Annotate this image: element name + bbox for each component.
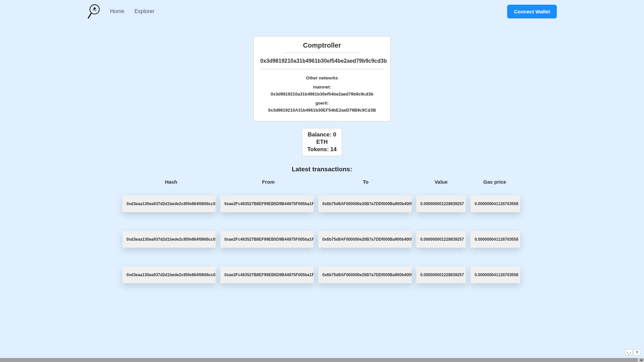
contract-address: 0x3d9819210a31b4961b30ef54be2aed79b9c9cd…	[260, 53, 384, 69]
scroll-right-icon[interactable]: ►	[639, 358, 644, 362]
tx-section-title: Latest transactions:	[0, 166, 644, 173]
floating-toolbar: ›_‹ ⠿	[625, 349, 641, 355]
cell-hash[interactable]: 0xd3eaa130ea937d2d1bede2c85fe864f0666cc0…	[122, 266, 216, 283]
th-hash: Hash	[122, 179, 220, 185]
th-from: From	[220, 179, 317, 185]
cell-hash[interactable]: 0xd3eaa130ea937d2d1bede2c85fe864f0666cc0…	[122, 231, 216, 248]
cell-value: 0.000000001228839257	[416, 195, 466, 212]
cell-hash[interactable]: 0xd3eaa130ea937d2d1bede2c85fe864f0666cc0…	[122, 195, 216, 212]
cell-to[interactable]: 0x6b75d8AF000000e20B7a7DDf000Ba900b4009A…	[318, 266, 412, 283]
cell-value: 0.000000001228839257	[416, 231, 466, 248]
console-icon[interactable]: ›_‹	[625, 349, 633, 355]
tokens-value: Tokens: 14	[306, 146, 338, 153]
cell-gas: 0.000000041126703558	[471, 266, 520, 283]
tx-table: Hash From To Value Gas price 0xd3eaa130e…	[122, 179, 522, 283]
table-row: 0xd3eaa130ea937d2d1bede2c85fe864f0666cc0…	[122, 195, 522, 212]
cell-from[interactable]: 0xae2Fc483527B8EF99EB5D9B44875F005ba1FaE…	[220, 266, 314, 283]
cell-from[interactable]: 0xae2Fc483527B8EF99EB5D9B44875F005ba1FaE…	[220, 195, 314, 212]
th-gas: Gas price	[468, 179, 522, 185]
magnifier-bug-icon	[87, 3, 103, 19]
table-row: 0xd3eaa130ea937d2d1bede2c85fe864f0666cc0…	[122, 231, 522, 248]
grid-icon[interactable]: ⠿	[633, 349, 641, 355]
horizontal-scrollbar[interactable]	[0, 358, 644, 362]
network-address: 0x3d9819210A31b4961b30EF54bE2aeD79B9c9Cd…	[260, 108, 384, 113]
main-nav: Home Explorer	[110, 8, 154, 14]
network-name: goerli:	[260, 101, 384, 106]
nav-explorer[interactable]: Explorer	[135, 8, 155, 14]
cell-to[interactable]: 0x6b75d8AF000000e20B7a7DDf000Ba900b4009A…	[318, 195, 412, 212]
balance-box: Balance: 0 ETH Tokens: 14	[302, 128, 342, 156]
contract-card: Comptroller 0x3d9819210a31b4961b30ef54be…	[253, 36, 391, 121]
cell-gas: 0.000000041126703558	[471, 195, 520, 212]
th-value: Value	[414, 179, 468, 185]
other-networks-label: Other networks	[260, 75, 384, 80]
th-to: To	[317, 179, 414, 185]
cell-to[interactable]: 0x6b75d8AF000000e20B7a7DDf000Ba900b4009A…	[318, 231, 412, 248]
table-row: 0xd3eaa130ea937d2d1bede2c85fe864f0666cc0…	[122, 266, 522, 283]
cell-value: 0.000000001228839257	[416, 266, 466, 283]
network-address: 0x3d9819210a31b4961b30ef54be2aed79b9c9cd…	[260, 92, 384, 97]
balance-value: Balance: 0 ETH	[306, 131, 338, 146]
contract-title: Comptroller	[283, 42, 361, 53]
cell-from[interactable]: 0xae2Fc483527B8EF99EB5D9B44875F005ba1FaE…	[220, 231, 314, 248]
cell-gas: 0.000000041126703558	[471, 231, 520, 248]
connect-wallet-button[interactable]: Connect Wallet	[507, 5, 557, 18]
network-name: mainnet:	[260, 84, 384, 89]
nav-home[interactable]: Home	[110, 8, 124, 14]
svg-point-1	[94, 7, 96, 9]
svg-line-4	[88, 13, 91, 18]
